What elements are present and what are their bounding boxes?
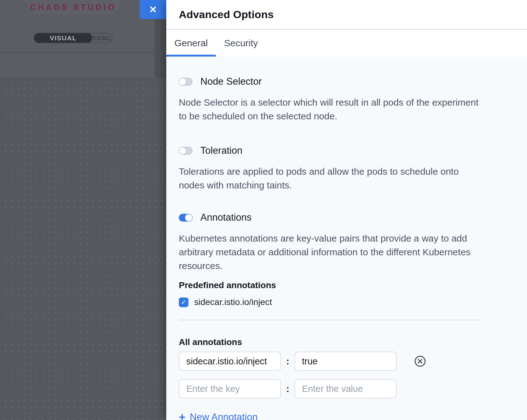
panel-header: Advanced Options: [166, 0, 527, 30]
annotations-label: Annotations: [200, 212, 252, 223]
annotations-row: Annotations: [179, 212, 514, 223]
close-icon: ✕: [149, 4, 157, 15]
section-divider: [179, 320, 480, 320]
tab-general[interactable]: General: [166, 30, 216, 57]
annotation-row: :: [179, 379, 514, 398]
remove-annotation-button[interactable]: [414, 355, 426, 367]
background-scroll-strip: [154, 19, 166, 77]
yaml-tab[interactable]: YAML: [92, 33, 112, 42]
sidecar-inject-label: sidecar.istio.io/inject: [194, 297, 272, 307]
sidecar-inject-checkbox[interactable]: ✓: [179, 298, 188, 307]
annotation-row: :: [179, 352, 514, 371]
check-icon: ✓: [181, 298, 187, 306]
all-annotations-heading: All annotations: [179, 337, 514, 347]
annotation-value-input[interactable]: [294, 352, 397, 371]
node-selector-toggle[interactable]: [179, 78, 193, 86]
new-annotation-button[interactable]: + New Annotation: [179, 412, 258, 420]
toggle-knob: [179, 147, 187, 155]
advanced-options-panel: Advanced Options General Security Node S…: [166, 0, 527, 420]
page-title: Advanced Options: [179, 8, 274, 21]
canvas-header-divider: [0, 52, 166, 53]
toleration-description: Tolerations are applied to pods and allo…: [179, 165, 485, 192]
annotations-toggle[interactable]: [179, 214, 193, 222]
annotations-description: Kubernetes annotations are key-value pai…: [179, 232, 485, 273]
node-selector-row: Node Selector: [179, 76, 514, 87]
tab-security[interactable]: Security: [216, 30, 266, 57]
visual-tab[interactable]: VISUAL: [34, 33, 92, 43]
screen: CHAOS STUDIO VISUAL YAML ✕ Advanced Opti…: [0, 0, 527, 420]
dotted-canvas: [0, 77, 166, 420]
annotation-key-input[interactable]: [179, 352, 281, 371]
dimmed-background: CHAOS STUDIO VISUAL YAML: [0, 0, 166, 420]
plus-icon: +: [179, 412, 185, 420]
key-value-separator: :: [281, 383, 294, 394]
toggle-knob: [179, 78, 187, 86]
annotation-key-input[interactable]: [179, 379, 281, 398]
node-selector-label: Node Selector: [200, 76, 262, 87]
key-value-separator: :: [281, 356, 294, 367]
toleration-toggle[interactable]: [179, 147, 193, 155]
annotation-value-input[interactable]: [294, 379, 397, 398]
new-annotation-label: New Annotation: [190, 412, 258, 420]
toggle-knob: [185, 214, 193, 222]
tab-bar: General Security: [166, 30, 527, 57]
tab-content: Node Selector Node Selector is a selecto…: [166, 57, 527, 420]
circle-x-icon: [414, 355, 426, 367]
chaos-studio-title: CHAOS STUDIO: [30, 3, 116, 12]
visual-yaml-toggle[interactable]: VISUAL YAML: [34, 33, 113, 43]
predefined-annotation-item: ✓ sidecar.istio.io/inject: [179, 297, 514, 307]
predefined-annotations-heading: Predefined annotations: [179, 280, 514, 290]
toleration-label: Toleration: [200, 145, 242, 156]
close-drawer-button[interactable]: ✕: [140, 0, 166, 19]
node-selector-description: Node Selector is a selector which will r…: [179, 96, 485, 123]
chaos-studio-banner: CHAOS STUDIO: [22, 0, 124, 14]
toleration-row: Toleration: [179, 145, 514, 156]
